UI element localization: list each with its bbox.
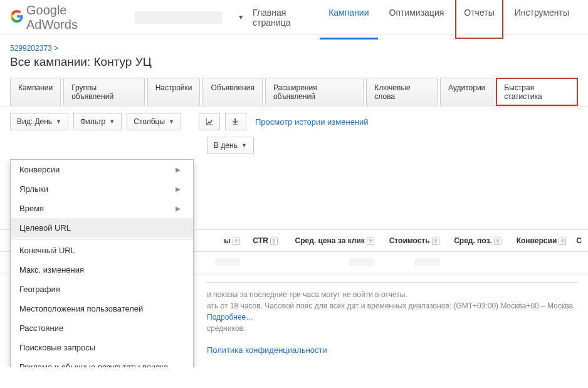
toolbar-row2: В день ▼: [0, 137, 588, 160]
tab-extensions[interactable]: Расширения объявлений: [265, 78, 364, 106]
col-avg-cpc[interactable]: Сред. цена за клик?: [283, 230, 379, 252]
col-last[interactable]: С: [571, 230, 588, 252]
help-icon[interactable]: ?: [432, 238, 439, 245]
dropdown-item[interactable]: География: [11, 280, 193, 299]
download-icon: [231, 117, 240, 126]
nav-tools[interactable]: Инструменты: [506, 0, 578, 39]
nav-optimization[interactable]: Оптимизация: [381, 0, 453, 39]
privacy-link[interactable]: Политика конфиденциальности: [207, 345, 327, 355]
tab-campaigns[interactable]: Кампании: [10, 78, 61, 106]
account-switcher[interactable]: ▼: [135, 11, 244, 24]
col-cost[interactable]: Стоимость?: [379, 230, 444, 252]
cell-redacted: [349, 258, 374, 266]
nav-campaigns[interactable]: Кампании: [320, 0, 377, 39]
dropdown-item[interactable]: Ярлыки▶: [11, 179, 193, 199]
col-cost-label: Стоимость: [389, 236, 430, 245]
col-avg-pos-label: Сред. поз.: [454, 236, 492, 245]
col-impr-label: ы: [224, 236, 230, 245]
help-icon[interactable]: ?: [367, 238, 374, 245]
tab-dimensions[interactable]: Быстрая статистика: [496, 78, 578, 106]
dropdown-item[interactable]: Реклама и обычные результаты поиска: [11, 357, 193, 367]
col-ctr[interactable]: CTR?: [245, 230, 283, 252]
chevron-right-icon: ▶: [176, 186, 181, 192]
page-head: 5299202373 > Все кампании: Контур УЦ: [0, 35, 588, 74]
footer-line3: средников.: [207, 324, 245, 333]
chevron-down-icon: ▼: [241, 142, 247, 149]
breadcrumb-sep: >: [54, 44, 58, 53]
more-link[interactable]: Подробнее…: [207, 313, 253, 322]
col-ctr-label: CTR: [253, 236, 268, 245]
top-header: Google AdWords ▼ Главная страница Кампан…: [0, 0, 588, 35]
chart-icon: [205, 117, 214, 126]
breadcrumb[interactable]: 5299202373 >: [10, 44, 578, 53]
view-label: Вид: День: [17, 117, 52, 126]
chevron-down-icon: ▼: [109, 118, 115, 125]
tab-adgroups[interactable]: Группы объявлений: [63, 78, 145, 106]
dropdown-item[interactable]: Конечный URL: [11, 241, 193, 260]
footer-line2: ать от 18 часов. Часовой пояс для всех д…: [207, 301, 575, 310]
col-impr-tail[interactable]: ы?: [207, 230, 245, 252]
dropdown-separator: [11, 239, 193, 239]
breadcrumb-id[interactable]: 5299202373: [10, 44, 52, 53]
cell-redacted: [215, 258, 240, 266]
dropdown-item-label: Ярлыки: [19, 184, 48, 194]
dropdown-item-label: Реклама и обычные результаты поиска: [19, 362, 168, 367]
view-button[interactable]: Вид: День ▼: [10, 113, 68, 130]
tab-keywords[interactable]: Ключевые слова: [366, 78, 438, 106]
dropdown-item-label: Время: [19, 204, 44, 213]
footer-line1: и показы за последние три часа могут не …: [207, 290, 407, 299]
chevron-down-icon: ▼: [56, 118, 61, 125]
help-icon[interactable]: ?: [270, 238, 278, 245]
nav-home[interactable]: Главная страница: [244, 0, 317, 39]
tab-audiences[interactable]: Аудитории: [440, 78, 493, 106]
chevron-down-icon: ▼: [169, 118, 174, 125]
dropdown-item[interactable]: Местоположения пользователей: [11, 299, 193, 318]
dropdown-item[interactable]: Макс. изменения: [11, 260, 193, 280]
dropdown-item-label: Целевой URL: [19, 223, 71, 233]
chart-button[interactable]: [199, 113, 220, 130]
col-avg-cpc-label: Сред. цена за клик: [295, 236, 365, 245]
dropdown-item-label: География: [19, 285, 60, 294]
account-name-redacted: [135, 11, 223, 24]
page-title: Все кампании: Контур УЦ: [10, 55, 578, 69]
dropdown-item[interactable]: Расстояние: [11, 318, 193, 338]
dropdown-item-label: Макс. изменения: [19, 265, 84, 275]
tab-ads[interactable]: Объявления: [202, 78, 262, 106]
chevron-right-icon: ▶: [176, 166, 181, 173]
columns-button[interactable]: Столбцы ▼: [127, 113, 181, 130]
chevron-down-icon: ▼: [238, 14, 244, 21]
per-day-label: В день: [214, 141, 238, 150]
col-conv[interactable]: Конверсии?: [507, 230, 571, 252]
toolbar: Вид: День ▼ Фильтр ▼ Столбцы ▼ Просмотр …: [0, 106, 588, 137]
dropdown-item[interactable]: Время▶: [11, 199, 193, 218]
filter-label: Фильтр: [80, 117, 105, 126]
view-dropdown: Конверсии▶Ярлыки▶Время▶Целевой URLКонечн…: [10, 159, 194, 367]
logo: Google AdWords: [26, 3, 116, 32]
tab-settings[interactable]: Настройки: [147, 78, 201, 106]
cell-redacted: [414, 258, 439, 266]
google-logo-icon: [10, 9, 24, 25]
per-day-button[interactable]: В день ▼: [207, 137, 254, 154]
help-icon[interactable]: ?: [233, 238, 240, 245]
help-icon[interactable]: ?: [494, 238, 501, 245]
col-avg-pos[interactable]: Сред. поз.?: [444, 230, 507, 252]
dropdown-item[interactable]: Конверсии▶: [11, 160, 193, 179]
col-last-label: С: [576, 236, 582, 245]
dropdown-item-label: Поисковые запросы: [19, 343, 95, 352]
dropdown-item-label: Расстояние: [19, 323, 63, 333]
top-nav: Главная страница Кампании Оптимизация От…: [244, 0, 578, 39]
col-conv-label: Конверсии: [517, 236, 557, 245]
sub-tabs: Кампании Группы объявлений Настройки Объ…: [0, 74, 588, 106]
help-icon[interactable]: ?: [559, 238, 566, 245]
dropdown-item-label: Конечный URL: [19, 246, 75, 255]
download-button[interactable]: [225, 113, 246, 130]
nav-reports[interactable]: Отчеты: [455, 0, 503, 39]
chevron-right-icon: ▶: [176, 205, 181, 212]
dropdown-item[interactable]: Целевой URL: [11, 218, 193, 238]
view-history-link[interactable]: Просмотр истории изменений: [255, 117, 369, 127]
dropdown-item-label: Местоположения пользователей: [19, 304, 143, 313]
dropdown-item[interactable]: Поисковые запросы: [11, 338, 193, 357]
filter-button[interactable]: Фильтр ▼: [73, 113, 122, 130]
dropdown-item-label: Конверсии: [19, 165, 60, 174]
columns-label: Столбцы: [134, 117, 165, 126]
